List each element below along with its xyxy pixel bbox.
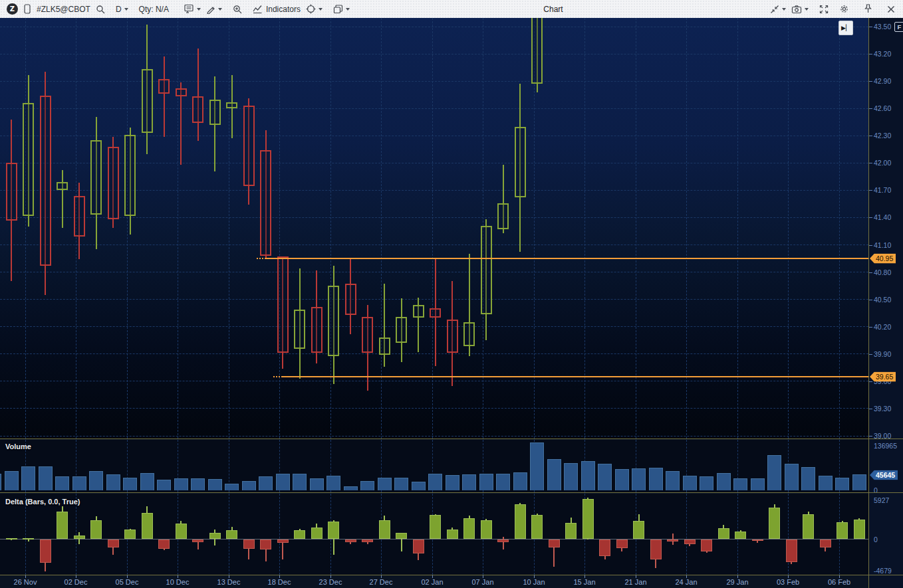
level-line-anchor[interactable]	[257, 258, 266, 259]
volume-bar	[479, 474, 493, 490]
symbol-label[interactable]: #ZLK5@CBOT	[34, 2, 93, 17]
volume-bar	[310, 478, 324, 490]
price-level-badge[interactable]: 39.65	[870, 372, 896, 382]
time-axis[interactable]: 26 Nov02 Dec05 Dec10 Dec13 Dec18 Dec23 D…	[0, 575, 868, 588]
collapse-button[interactable]	[767, 2, 789, 17]
delta-bar	[616, 539, 628, 549]
close-button[interactable]	[884, 2, 898, 17]
panel-separator[interactable]	[0, 439, 903, 439]
volume-bar	[717, 473, 731, 490]
delta-bar	[565, 523, 577, 539]
volume-bar	[344, 486, 358, 490]
volume-bar	[208, 479, 222, 490]
grid-line	[686, 494, 687, 575]
price-axis[interactable]: F 43.5043.2042.9042.6042.3042.0041.7041.…	[868, 18, 903, 588]
chevron-down-icon	[124, 8, 128, 11]
volume-bar	[106, 474, 120, 490]
delta-bar	[142, 513, 153, 539]
delta-bar	[209, 533, 221, 539]
time-tick-label: 02 Jan	[421, 578, 443, 586]
price-tick-label: 42.00	[874, 159, 891, 167]
delta-bar	[820, 539, 831, 548]
chart-layout-button[interactable]	[330, 2, 352, 17]
price-level-badge[interactable]: 40.95	[870, 254, 896, 264]
candle	[277, 256, 289, 353]
toolbar-right-group	[767, 0, 898, 18]
panel-separator[interactable]	[0, 492, 903, 493]
qty-label[interactable]: Qty: N/A	[136, 2, 172, 17]
time-tick-label: 03 Feb	[777, 578, 799, 586]
time-tick-label: 06 Feb	[828, 578, 850, 586]
trading-chart-window: { "window": { "title": "Chart" }, "toolb…	[0, 0, 903, 588]
delta-panel-title: Delta (Bars, 0.0, True)	[5, 498, 80, 506]
grid-line	[0, 54, 868, 54]
drawing-tools-button[interactable]	[203, 2, 225, 17]
pin-button[interactable]	[861, 2, 875, 17]
delta-bar	[74, 536, 85, 539]
crosshair-button[interactable]	[303, 2, 325, 17]
delta-bar	[549, 539, 560, 548]
dom-trader-icon	[184, 4, 194, 14]
pin-icon	[864, 4, 872, 14]
delta-bar	[837, 522, 848, 539]
screenshot-button[interactable]	[789, 2, 811, 17]
time-tick-label: 02 Dec	[64, 578, 88, 586]
volume-bar	[581, 461, 595, 490]
delta-bar	[23, 538, 34, 539]
price-tick-label: 42.90	[874, 77, 891, 85]
volume-panel[interactable]: Volume	[0, 440, 868, 492]
time-tick-label: 07 Jan	[471, 578, 493, 586]
candle	[57, 182, 68, 190]
indicators-label: Indicators	[266, 5, 301, 14]
price-tick-label: 43.50	[874, 23, 891, 31]
timeframe-dropdown[interactable]: D	[113, 2, 131, 17]
delta-bar	[40, 539, 51, 563]
candle	[396, 317, 407, 343]
price-level-line[interactable]	[283, 376, 868, 377]
delta-bar	[108, 539, 119, 547]
jump-to-latest-button[interactable]: ▶▏	[838, 21, 853, 35]
volume-current-badge: 45645	[870, 470, 898, 480]
level-line-anchor[interactable]	[273, 376, 283, 377]
price-tick-label: 41.40	[874, 213, 891, 221]
candle	[328, 286, 339, 355]
candle	[124, 135, 136, 216]
price-level-line[interactable]	[266, 258, 868, 259]
delta-bar	[463, 518, 475, 539]
candle	[23, 103, 34, 216]
delta-bar	[90, 520, 102, 539]
flag-badge[interactable]: F	[894, 22, 903, 32]
volume-bar	[835, 478, 849, 490]
app-logo[interactable]: Z	[4, 2, 21, 17]
symbol-search-button[interactable]	[93, 2, 108, 17]
chart-area: ▶▏ Volume Delta (Bars, 0.0, True) 26 Nov…	[0, 18, 903, 588]
volume-bar	[276, 474, 290, 490]
camera-icon	[791, 5, 802, 14]
dom-trader-button[interactable]	[181, 2, 203, 17]
price-tick-label: 42.30	[874, 132, 891, 140]
candle-wick	[197, 49, 199, 142]
volume-bar	[242, 481, 256, 490]
window-title: Chart	[543, 0, 563, 18]
price-panel[interactable]: ▶▏	[0, 18, 868, 439]
delta-bar	[192, 539, 203, 543]
chevron-down-icon	[218, 8, 222, 11]
delta-bar	[311, 528, 322, 539]
price-tick-label: 39.90	[874, 350, 891, 358]
toolbar-left-group: Z #ZLK5@CBOT D Qty: N/A Indicators	[4, 0, 352, 18]
zoom-in-button[interactable]	[230, 2, 245, 17]
candle	[481, 226, 492, 314]
indicators-button[interactable]: Indicators	[250, 2, 303, 17]
time-tick-label: 26 Nov	[14, 578, 37, 586]
time-tick-label: 10 Dec	[166, 578, 190, 586]
instrument-button[interactable]	[21, 2, 34, 17]
volume-bar	[21, 466, 35, 490]
settings-button[interactable]	[837, 2, 852, 17]
grid-line	[0, 245, 868, 245]
grid-line	[0, 108, 868, 109]
delta-panel[interactable]: Delta (Bars, 0.0, True)	[0, 494, 868, 575]
candle	[40, 96, 51, 266]
volume-bar	[5, 471, 19, 490]
axis-separator	[868, 18, 869, 588]
fullscreen-button[interactable]	[817, 2, 831, 17]
